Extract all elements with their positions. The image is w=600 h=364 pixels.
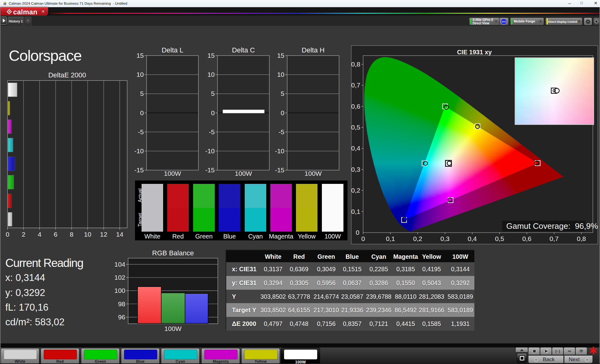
svg-text:-10: -10 [134,147,144,155]
svg-text:15: 15 [208,52,215,59]
svg-text:0,6: 0,6 [351,103,360,110]
svg-text:-5: -5 [209,128,215,135]
svg-text:-10: -10 [205,147,215,155]
svg-text:0,2: 0,2 [351,187,360,194]
svg-text:96: 96 [118,313,125,321]
svg-text:104: 104 [114,261,125,268]
svg-text:0,7: 0,7 [351,81,360,89]
svg-text:0: 0 [281,109,284,116]
svg-text:0,5: 0,5 [351,124,360,131]
svg-text:0: 0 [6,231,9,238]
svg-text:5: 5 [211,90,215,97]
svg-text:0,8: 0,8 [351,61,360,68]
svg-text:-5: -5 [138,128,144,135]
svg-text:Gamut Coverage: 96,9%: Gamut Coverage: 96,9% [506,221,598,231]
svg-text:0,2: 0,2 [413,235,422,242]
svg-text:0,5: 0,5 [495,235,504,242]
svg-text:100W: 100W [305,170,322,177]
svg-text:-15: -15 [134,166,144,174]
svg-text:Delta L: Delta L [162,46,183,54]
svg-text:5: 5 [140,90,144,97]
svg-text:0: 0 [211,109,215,116]
svg-text:-15: -15 [275,166,284,174]
svg-text:-5: -5 [278,128,284,135]
svg-text:0,7: 0,7 [549,235,558,242]
svg-text:102: 102 [114,274,125,281]
svg-text:100: 100 [114,287,125,294]
svg-text:0: 0 [356,229,359,236]
svg-text:RGB Balance: RGB Balance [152,249,194,257]
svg-text:5: 5 [281,90,284,97]
svg-text:0: 0 [361,235,365,242]
svg-text:10: 10 [137,71,144,78]
svg-text:0,3: 0,3 [440,235,449,242]
svg-text:0,4: 0,4 [351,145,361,152]
svg-text:15: 15 [137,52,144,59]
svg-text:2: 2 [22,231,25,238]
svg-text:0,1: 0,1 [386,235,395,242]
svg-text:DeltaE 2000: DeltaE 2000 [48,71,86,79]
svg-text:0,3: 0,3 [351,166,360,173]
svg-text:98: 98 [118,300,125,307]
svg-text:4: 4 [38,231,42,238]
svg-text:0,8: 0,8 [577,235,586,242]
svg-text:10: 10 [277,71,284,78]
svg-text:Delta H: Delta H [302,46,324,54]
svg-text:10: 10 [84,231,91,238]
svg-text:12: 12 [100,231,107,238]
svg-text:100W: 100W [235,170,252,177]
svg-text:100W: 100W [164,325,182,332]
svg-text:-15: -15 [205,166,215,174]
svg-text:0,4: 0,4 [468,235,477,242]
svg-text:Delta C: Delta C [232,46,255,54]
svg-text:0,6: 0,6 [522,235,531,242]
svg-text:15: 15 [277,52,284,59]
svg-text:6: 6 [54,231,58,238]
svg-text:100W: 100W [164,170,181,177]
svg-text:10: 10 [208,71,215,78]
svg-text:8: 8 [70,231,73,238]
svg-text:14: 14 [116,231,123,238]
svg-text:0,1: 0,1 [351,208,360,215]
svg-text:0: 0 [140,109,144,116]
svg-text:CIE 1931 xy: CIE 1931 xy [457,49,492,56]
svg-text:-10: -10 [275,147,284,155]
